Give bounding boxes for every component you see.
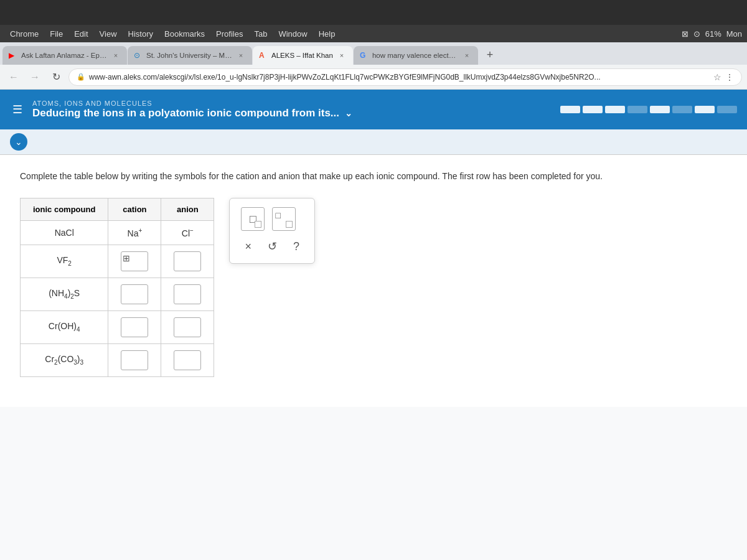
tab-1-favicon: ▶ [9, 51, 17, 60]
col-header-cation: cation [108, 198, 161, 221]
progress-seg-4 [627, 106, 647, 113]
reload-button[interactable]: ↻ [47, 68, 65, 86]
compound-crco3: Cr2(CO3)3 [21, 343, 108, 376]
panel-icon-1[interactable]: □ [241, 207, 265, 231]
progress-seg-5 [650, 106, 670, 113]
cation-vf2[interactable]: ⊞ [108, 245, 161, 278]
time-display: Mon [726, 29, 742, 39]
ionic-table: ionic compound cation anion NaCl Na+ Cl−… [20, 198, 214, 377]
progress-seg-2 [583, 106, 603, 113]
menubar: Chrome File Edit View History Bookmarks … [0, 25, 747, 42]
back-button[interactable]: ← [5, 68, 22, 86]
anion-vf2[interactable] [161, 245, 214, 278]
menu-tab[interactable]: Tab [249, 28, 272, 40]
compound-vf2: VF2 [21, 245, 108, 278]
expand-chevron-row: ⌄ [0, 129, 747, 155]
menu-file[interactable]: File [45, 28, 68, 40]
security-lock-icon: 🔒 [77, 73, 85, 81]
menu-view[interactable]: View [95, 28, 122, 40]
cation-nh4s[interactable] [108, 278, 161, 310]
os-titlebar [0, 0, 747, 25]
anion-nh4s[interactable] [161, 278, 214, 310]
col-header-anion: anion [161, 198, 214, 221]
table-row: (NH4)2S [21, 278, 214, 310]
progress-seg-8 [717, 106, 737, 113]
panel-top: □ □ [241, 207, 303, 231]
aleks-header: ☰ ATOMS, IONS AND MOLECULES Deducing the… [0, 90, 747, 129]
table-row: Cr2(CO3)3 [21, 343, 214, 376]
aleks-title-text: Deducing the ions in a polyatomic ionic … [32, 107, 339, 119]
tab-1[interactable]: ▶ Ask Laftan Anlamaz - Episode × [2, 46, 127, 65]
addressbar-row: ← → ↻ 🔒 www-awn.aleks.com/alekscgi/x/lsl… [0, 65, 747, 90]
cation-croh4[interactable] [108, 310, 161, 343]
anion-crco3[interactable] [161, 343, 214, 376]
battery-percent: 61% [705, 29, 721, 39]
cation-crco3[interactable] [108, 343, 161, 376]
table-row: NaCl Na+ Cl− [21, 221, 214, 245]
tab-4-title: how many valence electrons in [372, 52, 458, 59]
panel-icon-2[interactable]: □ [272, 207, 296, 231]
panel-undo-button[interactable]: ↺ [264, 238, 281, 254]
tab-4-close[interactable]: × [462, 50, 472, 60]
col-header-compound: ionic compound [21, 198, 108, 221]
instruction-text: Complete the table below by writing the … [20, 170, 727, 183]
table-row: Cr(OH)4 [21, 310, 214, 343]
cation-nacl: Na+ [108, 221, 161, 245]
aleks-header-text: ATOMS, IONS AND MOLECULES Deducing the i… [32, 100, 352, 119]
address-url: www-awn.aleks.com/alekscgi/x/lsl.exe/1o_… [89, 73, 710, 82]
progress-seg-1 [560, 106, 580, 113]
tab-4[interactable]: G how many valence electrons in × [354, 46, 478, 65]
progress-seg-7 [695, 106, 715, 113]
header-progress [560, 106, 737, 113]
main-content: Complete the table below by writing the … [0, 155, 747, 407]
tab-3-favicon: A [259, 51, 268, 60]
aleks-subtitle: ATOMS, IONS AND MOLECULES [32, 100, 352, 107]
hamburger-menu-icon[interactable]: ☰ [10, 100, 25, 119]
panel-close-button[interactable]: × [241, 239, 255, 254]
expand-button[interactable]: ⌄ [10, 133, 27, 151]
panel-actions: × ↺ ? [241, 238, 303, 254]
tab-2-favicon: ⊙ [134, 51, 143, 60]
anion-croh4[interactable] [161, 310, 214, 343]
tab-3-aleks[interactable]: A ALEKS – Iffat Khan × [253, 46, 353, 65]
panel-help-button[interactable]: ? [289, 239, 303, 254]
menu-help[interactable]: Help [314, 28, 341, 40]
input-panel: □ □ × ↺ ? [229, 198, 315, 264]
forward-button[interactable]: → [26, 68, 44, 86]
tabbar: ▶ Ask Laftan Anlamaz - Episode × ⊙ St. J… [0, 42, 747, 65]
bookmark-star-icon[interactable]: ☆ [713, 72, 721, 82]
address-menu-icon[interactable]: ⋮ [725, 72, 734, 82]
tab-3-title: ALEKS – Iffat Khan [271, 52, 333, 59]
menu-profiles[interactable]: Profiles [211, 28, 248, 40]
tab-2-close[interactable]: × [236, 50, 246, 60]
menubar-right: ⊠ ⊙ 61% Mon [682, 29, 742, 39]
tab-2[interactable]: ⊙ St. John's University – My App × [128, 46, 252, 65]
address-bar[interactable]: 🔒 www-awn.aleks.com/alekscgi/x/lsl.exe/1… [68, 68, 742, 86]
anion-nacl: Cl− [161, 221, 214, 245]
menu-bookmarks[interactable]: Bookmarks [159, 28, 210, 40]
browser-content: ☰ ATOMS, IONS AND MOLECULES Deducing the… [0, 90, 747, 560]
table-row: VF2 ⊞ [21, 245, 214, 278]
tab-3-close[interactable]: × [337, 50, 347, 60]
progress-seg-3 [605, 106, 625, 113]
tab-2-title: St. John's University – My App [146, 52, 232, 59]
menu-edit[interactable]: Edit [69, 28, 93, 40]
aleks-title: Deducing the ions in a polyatomic ionic … [32, 107, 352, 119]
compound-nh4s: (NH4)2S [21, 278, 108, 310]
compound-croh4: Cr(OH)4 [21, 310, 108, 343]
progress-seg-6 [672, 106, 692, 113]
tab-1-title: Ask Laftan Anlamaz - Episode [21, 52, 107, 59]
new-tab-button[interactable]: + [481, 46, 499, 63]
wifi-indicator: ⊙ [693, 29, 700, 39]
tab-1-close[interactable]: × [111, 50, 121, 60]
menu-window[interactable]: Window [273, 28, 312, 40]
compound-nacl: NaCl [21, 221, 108, 245]
table-panel-wrapper: ionic compound cation anion NaCl Na+ Cl−… [20, 198, 727, 392]
battery-indicator: ⊠ [682, 29, 688, 39]
tab-4-favicon: G [360, 51, 369, 60]
chevron-down-icon[interactable]: ⌄ [345, 108, 352, 118]
menu-history[interactable]: History [123, 28, 158, 40]
menu-chrome[interactable]: Chrome [5, 28, 44, 40]
